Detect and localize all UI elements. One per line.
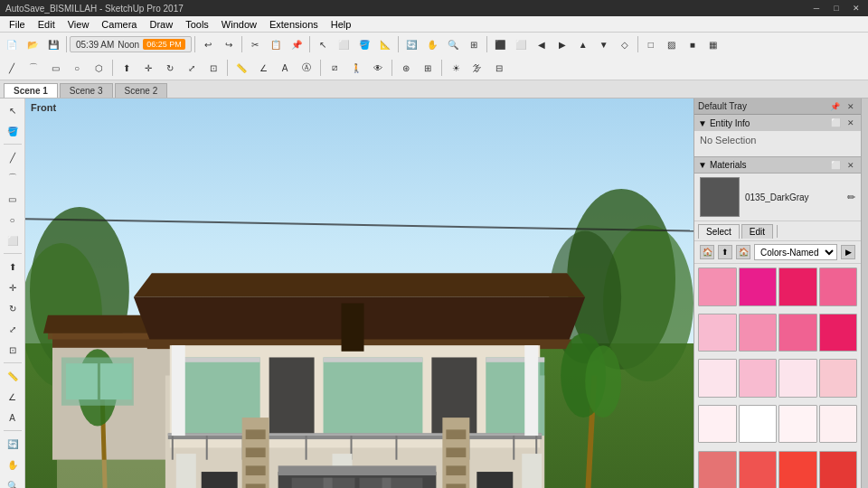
- lt-zoom[interactable]: 🔍: [3, 475, 23, 488]
- tb-zoom-ext[interactable]: ⊞: [464, 34, 484, 54]
- tb-new[interactable]: 📄: [2, 34, 22, 54]
- color-swatch[interactable]: [739, 314, 778, 352]
- tb-left[interactable]: ◀: [532, 34, 552, 54]
- menu-edit[interactable]: Edit: [33, 18, 61, 31]
- tray-close[interactable]: ✕: [844, 100, 857, 113]
- lt-push[interactable]: ⬆: [3, 257, 23, 277]
- color-swatch[interactable]: [819, 359, 858, 398]
- tb2-offset[interactable]: ⊡: [203, 58, 223, 78]
- color-swatch[interactable]: [698, 405, 737, 444]
- color-swatch[interactable]: [698, 267, 737, 306]
- tb-zoom[interactable]: 🔍: [443, 34, 463, 54]
- lt-line[interactable]: ╱: [3, 147, 23, 167]
- color-swatch[interactable]: [819, 314, 858, 352]
- color-swatch[interactable]: [739, 405, 778, 444]
- color-swatch[interactable]: [698, 314, 737, 352]
- color-swatch[interactable]: [778, 359, 817, 398]
- tb-open[interactable]: 📂: [23, 34, 42, 54]
- color-swatch[interactable]: [819, 451, 858, 488]
- tb2-fog[interactable]: 🌫: [467, 58, 487, 78]
- lt-pan[interactable]: ✋: [3, 455, 23, 474]
- lt-orbit[interactable]: 🔄: [3, 434, 23, 454]
- tb-bottom[interactable]: ▼: [594, 34, 614, 54]
- lt-move[interactable]: ✛: [3, 277, 23, 297]
- tb2-shadow[interactable]: ☀: [446, 58, 466, 78]
- tb2-poly[interactable]: ⬡: [89, 58, 108, 78]
- tb2-3dtext[interactable]: Ⓐ: [297, 58, 316, 78]
- tb2-angle[interactable]: ∠: [253, 58, 273, 78]
- tb2-move[interactable]: ✛: [138, 58, 158, 78]
- tb2-push[interactable]: ⬆: [117, 58, 137, 78]
- mat-tab-select[interactable]: Select: [698, 224, 740, 239]
- lt-scale[interactable]: ⤢: [3, 319, 23, 339]
- entity-info-titlebar[interactable]: ▼ Entity Info ⬜ ✕: [694, 115, 861, 131]
- menu-camera[interactable]: Camera: [96, 18, 142, 31]
- color-swatch[interactable]: [778, 314, 817, 352]
- material-category-dropdown[interactable]: Colors-Named Colors-HSL Colors-HLS: [754, 244, 837, 260]
- menu-tools[interactable]: Tools: [180, 18, 214, 31]
- lt-arc[interactable]: ⌒: [3, 168, 23, 188]
- color-swatch[interactable]: [739, 451, 778, 488]
- menu-file[interactable]: File: [4, 18, 31, 31]
- tb-select[interactable]: ↖: [313, 34, 333, 54]
- tb-pan[interactable]: ✋: [422, 34, 442, 54]
- close-button[interactable]: ✕: [850, 2, 863, 14]
- color-swatch[interactable]: [698, 359, 737, 398]
- entity-info-close[interactable]: ✕: [844, 117, 857, 129]
- minimize-button[interactable]: ─: [810, 2, 823, 14]
- lt-rect[interactable]: ▭: [3, 189, 23, 209]
- maximize-button[interactable]: □: [830, 2, 843, 14]
- lt-offset[interactable]: ⊡: [3, 340, 23, 360]
- tb-front[interactable]: ⬛: [490, 34, 510, 54]
- tb-redo[interactable]: ↪: [219, 34, 239, 54]
- lt-select[interactable]: ↖: [3, 100, 23, 120]
- lt-circle[interactable]: ○: [3, 210, 23, 230]
- tb-cut[interactable]: ✂: [245, 34, 265, 54]
- tray-pin[interactable]: 📌: [828, 100, 841, 113]
- tb2-text[interactable]: A: [275, 58, 295, 78]
- right-scrollbar[interactable]: [861, 99, 868, 488]
- tb2-circle[interactable]: ○: [67, 58, 87, 78]
- tb-orbit[interactable]: 🔄: [401, 34, 421, 54]
- tb2-comp[interactable]: ⊛: [396, 58, 416, 78]
- color-swatch[interactable]: [739, 359, 778, 398]
- tb2-sect[interactable]: ⧄: [325, 58, 344, 78]
- tb-save[interactable]: 💾: [43, 34, 63, 54]
- tb2-tape[interactable]: 📏: [231, 58, 251, 78]
- tb-iso[interactable]: ◇: [615, 34, 635, 54]
- lt-text[interactable]: A: [3, 408, 23, 427]
- color-swatch[interactable]: [778, 405, 817, 444]
- mat-nav-right[interactable]: ▶: [841, 245, 855, 259]
- mat-tab-edit[interactable]: Edit: [741, 224, 773, 239]
- lt-tape[interactable]: 📏: [3, 366, 23, 386]
- tb-hidden[interactable]: ▨: [662, 34, 682, 54]
- menu-draw[interactable]: Draw: [144, 18, 178, 31]
- scene-tab-1[interactable]: Scene 1: [4, 83, 58, 98]
- color-swatch[interactable]: [778, 267, 817, 306]
- mat-nav-home[interactable]: 🏠: [736, 245, 750, 259]
- material-edit-icon[interactable]: ✏: [847, 192, 855, 203]
- tb-texture[interactable]: ▦: [703, 34, 723, 54]
- tb2-arc[interactable]: ⌒: [24, 58, 43, 78]
- tb-shade[interactable]: ■: [683, 34, 703, 54]
- scene-tab-2[interactable]: Scene 2: [115, 83, 168, 98]
- tb2-scale[interactable]: ⤢: [182, 58, 202, 78]
- entity-info-icon-btn[interactable]: ⬜: [829, 117, 842, 129]
- tb2-look[interactable]: 👁: [368, 58, 388, 78]
- menu-help[interactable]: Help: [326, 18, 357, 31]
- lt-paint[interactable]: 🪣: [3, 121, 23, 141]
- tb-right[interactable]: ▶: [552, 34, 572, 54]
- tb2-line[interactable]: ╱: [2, 58, 22, 78]
- menu-view[interactable]: View: [62, 18, 95, 31]
- tb2-group[interactable]: ⊞: [418, 58, 438, 78]
- tb-top[interactable]: ▲: [573, 34, 593, 54]
- color-swatch[interactable]: [698, 451, 737, 488]
- tb-paste[interactable]: 📌: [287, 34, 307, 54]
- color-swatch[interactable]: [819, 405, 858, 444]
- color-swatch[interactable]: [819, 267, 858, 306]
- color-swatch[interactable]: [739, 267, 778, 306]
- tb-measure[interactable]: 📐: [375, 34, 395, 54]
- tb-back[interactable]: ⬜: [511, 34, 531, 54]
- tb-undo[interactable]: ↩: [198, 34, 218, 54]
- lt-angle[interactable]: ∠: [3, 387, 23, 407]
